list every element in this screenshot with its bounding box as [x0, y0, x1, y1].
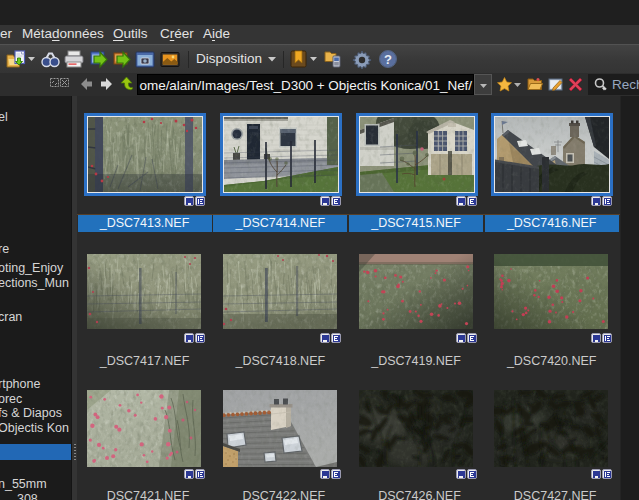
svg-text:?: ?: [384, 52, 392, 67]
